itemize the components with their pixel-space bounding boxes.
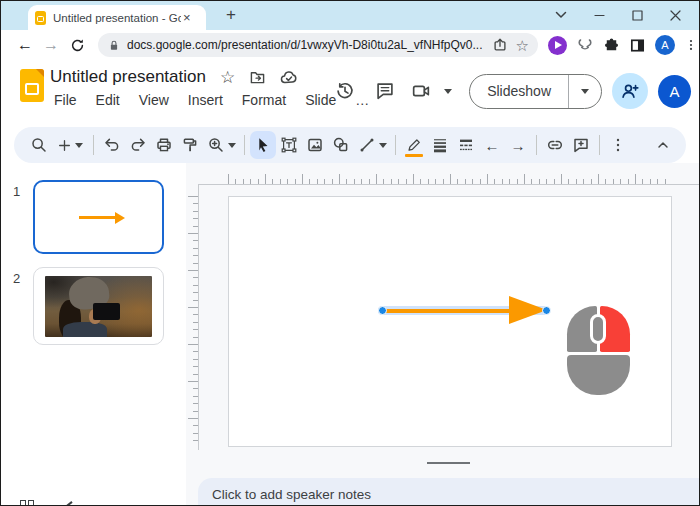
- new-slide-button[interactable]: [52, 131, 88, 159]
- minimize-button[interactable]: [580, 0, 618, 30]
- maximize-button[interactable]: [618, 0, 656, 30]
- browser-profile-avatar[interactable]: A: [655, 35, 675, 55]
- slides-favicon-icon: [35, 11, 46, 25]
- browser-addressbar: ← → docs.google.com/presentation/d/1vwxy…: [0, 30, 700, 60]
- zoom-caret-icon[interactable]: [228, 143, 236, 148]
- mouse-right-click-graphic: [567, 306, 630, 395]
- menu-file[interactable]: File: [50, 91, 81, 109]
- filmstrip-slide-2[interactable]: 2: [0, 267, 164, 345]
- share-add-person-button[interactable]: [612, 73, 648, 109]
- mouse-body: [567, 355, 630, 395]
- close-button[interactable]: [656, 0, 694, 30]
- move-to-folder-icon[interactable]: [249, 70, 266, 85]
- insert-link-icon[interactable]: [542, 131, 568, 159]
- line-color-icon[interactable]: [401, 131, 427, 159]
- tab-close-icon[interactable]: ×: [183, 11, 191, 24]
- undo-icon[interactable]: [99, 131, 125, 159]
- slide-2-number: 2: [0, 267, 33, 345]
- vertical-ruler-line: [198, 184, 199, 450]
- line-color-swatch: [405, 154, 423, 158]
- insert-shape-icon[interactable]: [328, 131, 354, 159]
- gray-extension-icon[interactable]: [576, 36, 594, 54]
- browser-menu-kebab-icon[interactable]: [684, 37, 698, 53]
- window-controls: [542, 0, 694, 30]
- hide-menus-chevron-up-icon[interactable]: [650, 131, 676, 159]
- menu-insert[interactable]: Insert: [184, 91, 227, 109]
- toolbar: ← →: [14, 127, 686, 163]
- extensions-row: A: [548, 35, 698, 55]
- refresh-button[interactable]: [64, 37, 90, 54]
- thumb-arrow-line: [79, 216, 116, 219]
- zoom-icon[interactable]: [203, 131, 239, 159]
- add-comment-icon[interactable]: [568, 131, 594, 159]
- mouse-scroll-wheel: [590, 314, 606, 344]
- browser-tab[interactable]: Untitled presentation - Google Sl ×: [28, 5, 206, 30]
- select-tool-icon[interactable]: [250, 131, 276, 159]
- url-text: docs.google.com/presentation/d/1vwxyVh-D…: [127, 38, 484, 52]
- selected-arrow-line[interactable]: [383, 309, 511, 313]
- comments-icon[interactable]: [365, 71, 405, 111]
- purple-play-extension-icon[interactable]: [548, 36, 567, 55]
- tab-title: Untitled presentation - Google Sl: [53, 12, 181, 24]
- speaker-notes-panel[interactable]: Click to add speaker notes: [198, 478, 700, 506]
- new-tab-button[interactable]: +: [219, 3, 243, 27]
- line-caret-icon[interactable]: [379, 143, 387, 148]
- star-document-icon[interactable]: ☆: [220, 69, 235, 86]
- slide-filmstrip: 1 2: [0, 163, 186, 506]
- meet-camera-icon[interactable]: [405, 71, 437, 111]
- menu-format[interactable]: Format: [238, 91, 290, 109]
- slides-logo[interactable]: [20, 69, 44, 102]
- zoom-fit-icon[interactable]: [64, 501, 73, 506]
- insert-image-icon[interactable]: [302, 131, 328, 159]
- browser-titlebar: Untitled presentation - Google Sl × +: [0, 0, 700, 30]
- extensions-puzzle-icon[interactable]: [603, 37, 620, 54]
- slide-1-thumbnail[interactable]: [33, 180, 164, 254]
- slide-1-number: 1: [0, 180, 33, 254]
- menu-edit[interactable]: Edit: [92, 91, 124, 109]
- line-dash-icon[interactable]: [453, 131, 479, 159]
- notes-resize-handle[interactable]: [427, 462, 470, 464]
- forward-button[interactable]: →: [38, 36, 64, 54]
- search-menus-icon[interactable]: [26, 131, 52, 159]
- bookmark-star-icon[interactable]: ☆: [516, 38, 529, 53]
- insert-line-icon[interactable]: [354, 131, 390, 159]
- slideshow-split-button: Slideshow: [469, 74, 602, 109]
- arrow-start-handle[interactable]: [378, 306, 387, 315]
- new-slide-caret-icon[interactable]: [75, 143, 83, 148]
- url-bar[interactable]: docs.google.com/presentation/d/1vwxyVh-D…: [98, 33, 538, 57]
- share-icon[interactable]: [492, 37, 508, 53]
- thumb-arrow-head: [115, 212, 125, 224]
- vertical-ruler: [187, 196, 198, 447]
- account-avatar[interactable]: A: [658, 75, 691, 108]
- camera-dropdown-caret-icon[interactable]: [437, 71, 459, 111]
- slide-canvas[interactable]: [228, 196, 672, 447]
- filmstrip-slide-1[interactable]: 1: [0, 180, 164, 254]
- canvas-area: Click to add speaker notes: [186, 163, 700, 506]
- photographer-photo: [45, 276, 152, 337]
- speaker-notes-placeholder[interactable]: Click to add speaker notes: [212, 487, 371, 502]
- cloud-saved-icon[interactable]: [280, 70, 298, 84]
- arrow-end-handle[interactable]: [542, 306, 551, 315]
- version-history-icon[interactable]: [325, 71, 365, 111]
- line-end-icon[interactable]: →: [505, 131, 531, 159]
- line-weight-icon[interactable]: [427, 131, 453, 159]
- back-button[interactable]: ←: [12, 36, 38, 54]
- split-screen-extension-icon[interactable]: [629, 37, 646, 54]
- grid-view-icon[interactable]: [20, 500, 34, 506]
- slide-2-thumbnail[interactable]: [33, 267, 164, 345]
- print-icon[interactable]: [151, 131, 177, 159]
- menu-view[interactable]: View: [135, 91, 173, 109]
- slideshow-button[interactable]: Slideshow: [470, 75, 568, 108]
- text-box-icon[interactable]: [276, 131, 302, 159]
- slides-header: Untitled presentation ☆ File Edit View I…: [0, 60, 700, 125]
- redo-icon[interactable]: [125, 131, 151, 159]
- slideshow-dropdown[interactable]: [568, 75, 601, 108]
- line-start-icon[interactable]: ←: [479, 131, 505, 159]
- paint-format-icon[interactable]: [177, 131, 203, 159]
- horizontal-ruler-line: [198, 184, 700, 185]
- document-title[interactable]: Untitled presentation: [50, 67, 206, 87]
- toolbar-more-kebab-icon[interactable]: [605, 131, 631, 159]
- tab-search-chevron-icon[interactable]: [542, 0, 580, 30]
- horizontal-ruler: [228, 171, 672, 184]
- lock-icon: [107, 38, 121, 53]
